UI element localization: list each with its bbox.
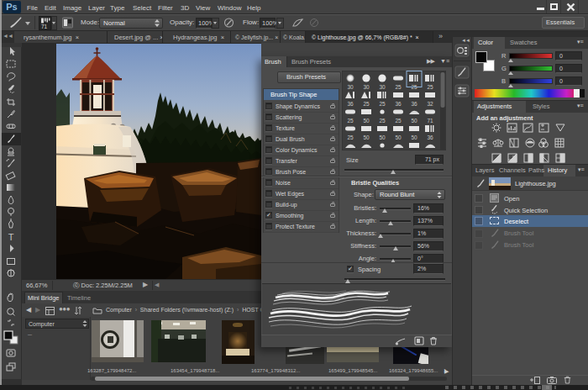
svg-text:50: 50 (363, 118, 370, 124)
svg-text:30: 30 (347, 84, 354, 90)
svg-text:50: 50 (395, 134, 402, 140)
svg-text:25: 25 (379, 101, 386, 107)
svg-text:25: 25 (347, 118, 354, 124)
svg-text:T: T (8, 232, 14, 242)
svg-text:25: 25 (379, 118, 386, 124)
svg-text:50: 50 (411, 118, 417, 124)
svg-text:25: 25 (347, 134, 354, 140)
svg-text:36: 36 (427, 134, 433, 140)
svg-text:36: 36 (411, 101, 417, 107)
svg-text:25: 25 (427, 84, 433, 90)
svg-text:50: 50 (411, 134, 417, 140)
svg-text:25: 25 (395, 118, 402, 124)
svg-text:36: 36 (347, 101, 354, 107)
svg-text:25: 25 (363, 101, 370, 107)
svg-text:50: 50 (379, 134, 386, 140)
svg-text:36: 36 (395, 101, 402, 107)
svg-text:50: 50 (363, 134, 370, 140)
svg-text:30: 30 (363, 84, 370, 90)
svg-text:30: 30 (379, 84, 386, 90)
svg-text:32: 32 (427, 101, 433, 107)
svg-text:25: 25 (395, 84, 402, 90)
svg-text:71: 71 (427, 118, 433, 124)
